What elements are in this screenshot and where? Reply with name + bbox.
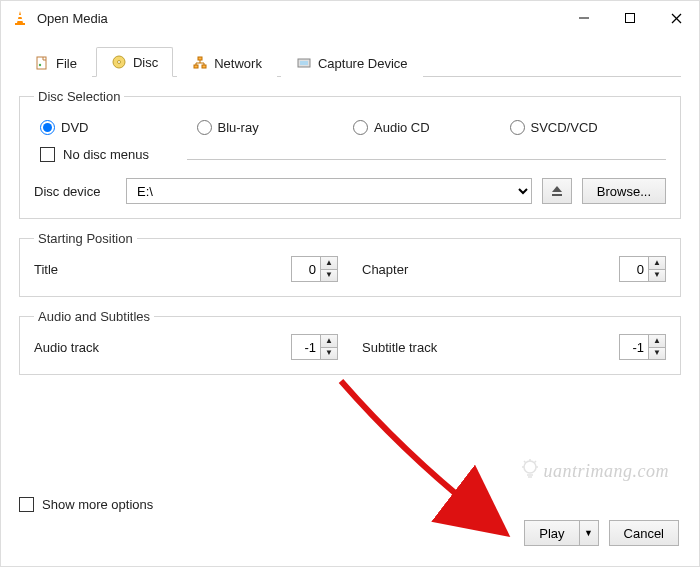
tab-file[interactable]: File xyxy=(19,48,92,77)
tab-label: Capture Device xyxy=(318,56,408,71)
radio-bluray-input[interactable] xyxy=(197,120,212,135)
tab-disc[interactable]: Disc xyxy=(96,47,173,77)
checkbox-no-disc-menus[interactable] xyxy=(40,147,55,162)
label-audio-track: Audio track xyxy=(34,340,291,355)
label-show-more-options: Show more options xyxy=(42,497,153,512)
play-dropdown-button[interactable]: ▼ xyxy=(579,520,599,546)
spin-down-icon[interactable]: ▼ xyxy=(649,348,665,360)
spin-up-icon[interactable]: ▲ xyxy=(321,335,337,348)
annotation-arrow-icon xyxy=(321,371,541,561)
group-starting-position: Starting Position Title ▲▼ Chapter ▲▼ xyxy=(19,231,681,297)
spin-up-icon[interactable]: ▲ xyxy=(649,335,665,348)
radio-audiocd[interactable]: Audio CD xyxy=(353,120,510,135)
watermark: uantrimang.com xyxy=(518,457,670,486)
label-no-disc-menus: No disc menus xyxy=(63,147,149,162)
label-title: Title xyxy=(34,262,291,277)
legend-audio-subtitles: Audio and Subtitles xyxy=(34,309,154,324)
spin-chapter[interactable]: ▲▼ xyxy=(619,256,666,282)
spin-audio-track[interactable]: ▲▼ xyxy=(291,334,338,360)
vlc-cone-icon xyxy=(11,9,29,27)
radio-svcd[interactable]: SVCD/VCD xyxy=(510,120,667,135)
minimize-icon xyxy=(579,13,589,23)
radio-dvd-input[interactable] xyxy=(40,120,55,135)
eject-button[interactable] xyxy=(542,178,572,204)
tab-capture[interactable]: Capture Device xyxy=(281,48,423,77)
input-subtitle-track[interactable] xyxy=(620,335,648,359)
minimize-button[interactable] xyxy=(561,3,607,33)
disc-icon xyxy=(111,54,127,70)
select-disc-device[interactable]: E:\ xyxy=(126,178,532,204)
titlebar: Open Media xyxy=(1,1,699,35)
group-disc-selection: Disc Selection DVD Blu-ray Audio CD SVCD… xyxy=(19,89,681,219)
browse-button[interactable]: Browse... xyxy=(582,178,666,204)
close-button[interactable] xyxy=(653,3,699,33)
chevron-down-icon: ▼ xyxy=(584,528,593,538)
tab-label: Disc xyxy=(133,55,158,70)
spin-down-icon[interactable]: ▼ xyxy=(321,270,337,282)
cancel-button[interactable]: Cancel xyxy=(609,520,679,546)
maximize-icon xyxy=(625,13,635,23)
svg-point-6 xyxy=(39,64,41,66)
file-icon xyxy=(34,55,50,71)
spin-subtitle-track[interactable]: ▲▼ xyxy=(619,334,666,360)
tab-bar: File Disc Network Capture Device xyxy=(19,43,681,77)
input-audio-track[interactable] xyxy=(292,335,320,359)
svg-rect-5 xyxy=(37,57,46,69)
svg-rect-0 xyxy=(15,23,25,25)
tab-label: Network xyxy=(214,56,262,71)
radio-dvd[interactable]: DVD xyxy=(40,120,197,135)
svg-rect-14 xyxy=(552,194,562,196)
svg-rect-2 xyxy=(626,14,635,23)
lightbulb-icon xyxy=(518,457,542,486)
svg-rect-10 xyxy=(194,65,198,68)
divider xyxy=(187,159,666,160)
eject-icon xyxy=(551,185,563,197)
watermark-text: uantrimang.com xyxy=(544,461,670,482)
svg-rect-9 xyxy=(198,57,202,60)
input-title[interactable] xyxy=(292,257,320,281)
spin-title[interactable]: ▲▼ xyxy=(291,256,338,282)
tab-network[interactable]: Network xyxy=(177,48,277,77)
spin-down-icon[interactable]: ▼ xyxy=(321,348,337,360)
spin-down-icon[interactable]: ▼ xyxy=(649,270,665,282)
spin-up-icon[interactable]: ▲ xyxy=(321,257,337,270)
legend-disc-selection: Disc Selection xyxy=(34,89,124,104)
close-icon xyxy=(671,13,682,24)
group-audio-subtitles: Audio and Subtitles Audio track ▲▼ Subti… xyxy=(19,309,681,375)
svg-point-8 xyxy=(117,61,120,64)
maximize-button[interactable] xyxy=(607,3,653,33)
svg-point-15 xyxy=(524,461,536,473)
radio-bluray[interactable]: Blu-ray xyxy=(197,120,354,135)
input-chapter[interactable] xyxy=(620,257,648,281)
radio-audiocd-input[interactable] xyxy=(353,120,368,135)
label-chapter: Chapter xyxy=(362,262,619,277)
play-button[interactable]: Play xyxy=(524,520,578,546)
spin-up-icon[interactable]: ▲ xyxy=(649,257,665,270)
legend-starting-position: Starting Position xyxy=(34,231,137,246)
label-disc-device: Disc device xyxy=(34,184,116,199)
tab-label: File xyxy=(56,56,77,71)
svg-rect-11 xyxy=(202,65,206,68)
play-split-button[interactable]: Play ▼ xyxy=(524,520,598,546)
label-subtitle-track: Subtitle track xyxy=(362,340,619,355)
network-icon xyxy=(192,55,208,71)
svg-rect-13 xyxy=(300,61,308,65)
capture-icon xyxy=(296,55,312,71)
window-title: Open Media xyxy=(37,11,108,26)
checkbox-show-more-options[interactable] xyxy=(19,497,34,512)
radio-svcd-input[interactable] xyxy=(510,120,525,135)
